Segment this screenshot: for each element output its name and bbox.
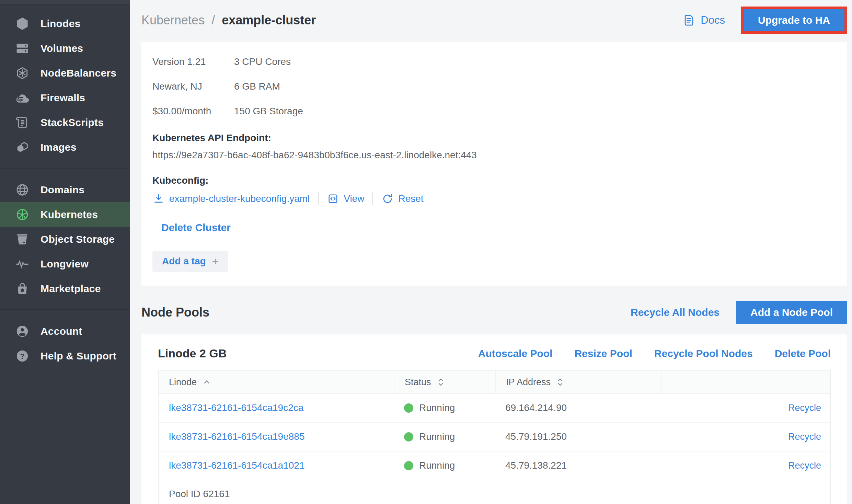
sidebar-item-account[interactable]: Account bbox=[0, 319, 130, 344]
sidebar-item-label: Longview bbox=[41, 258, 89, 270]
sidebar-item-label: Account bbox=[41, 325, 82, 337]
column-header-status[interactable]: Status bbox=[394, 371, 495, 393]
table-row: lke38731-62161-6154ca19c2ca Running 69.1… bbox=[159, 393, 830, 422]
docs-link[interactable]: Docs bbox=[682, 13, 725, 27]
status-cell: Running bbox=[394, 431, 495, 442]
sidebar-item-label: Marketplace bbox=[41, 283, 101, 295]
api-endpoint-label: Kubernetes API Endpoint: bbox=[152, 133, 835, 144]
help-icon: ? bbox=[14, 348, 30, 364]
sidebar-item-help-support[interactable]: ? Help & Support bbox=[0, 344, 130, 368]
sidebar-divider bbox=[0, 168, 130, 169]
table-row: lke38731-62161-6154ca1a1021 Running 45.7… bbox=[159, 451, 830, 480]
linode-node-link[interactable]: lke38731-62161-6154ca19c2ca bbox=[169, 402, 303, 413]
cluster-version: Version 1.21 bbox=[152, 56, 234, 67]
sidebar-item-volumes[interactable]: Volumes bbox=[0, 36, 130, 61]
kubeconfig-download-link[interactable]: example-cluster-kubeconfig.yaml bbox=[152, 193, 310, 205]
sidebar-item-linodes[interactable]: Linodes bbox=[0, 11, 130, 36]
sidebar-item-stackscripts[interactable]: StackScripts bbox=[0, 110, 130, 135]
sidebar-item-domains[interactable]: Domains bbox=[0, 177, 130, 202]
sidebar-item-longview[interactable]: Longview bbox=[0, 252, 130, 276]
recycle-all-nodes-link[interactable]: Recycle All Nodes bbox=[631, 307, 719, 318]
column-header-ip-address[interactable]: IP Address bbox=[495, 371, 661, 393]
add-tag-label: Add a tag bbox=[162, 256, 206, 267]
status-cell: Running bbox=[394, 402, 495, 413]
reset-kubeconfig-link[interactable]: Reset bbox=[381, 193, 423, 205]
account-icon bbox=[14, 323, 30, 339]
api-endpoint-url: https://9e2a7307-b6ac-408f-ba62-9483b0b3… bbox=[152, 150, 835, 161]
page-title: example-cluster bbox=[222, 13, 316, 27]
status-badge: Running bbox=[419, 460, 455, 471]
page-header: Kubernetes / example-cluster Docs Upgrad… bbox=[141, 0, 847, 35]
column-header-actions bbox=[661, 371, 830, 393]
volumes-icon bbox=[14, 41, 30, 56]
resize-pool-link[interactable]: Resize Pool bbox=[574, 348, 632, 359]
stackscripts-icon bbox=[14, 115, 30, 130]
autoscale-pool-link[interactable]: Autoscale Pool bbox=[478, 348, 553, 359]
domains-icon bbox=[14, 182, 30, 198]
ip-address: 45.79.191.250 bbox=[505, 431, 567, 442]
add-node-pool-button[interactable]: Add a Node Pool bbox=[736, 301, 847, 324]
object-storage-icon bbox=[14, 231, 30, 247]
vertical-separator bbox=[318, 192, 319, 205]
svg-text:?: ? bbox=[20, 352, 25, 360]
sidebar-item-object-storage[interactable]: Object Storage bbox=[0, 227, 130, 252]
column-header-linode[interactable]: Linode bbox=[159, 371, 394, 393]
status-running-dot bbox=[404, 403, 413, 413]
sort-both-icon bbox=[437, 377, 445, 388]
recycle-node-link[interactable]: Recycle bbox=[788, 403, 821, 413]
add-tag-button[interactable]: Add a tag + bbox=[152, 251, 228, 272]
sidebar-item-nodebalancers[interactable]: NodeBalancers bbox=[0, 61, 130, 85]
sidebar-item-marketplace[interactable]: Marketplace bbox=[0, 276, 130, 301]
sidebar-item-label: Kubernetes bbox=[41, 209, 98, 220]
kubernetes-icon bbox=[14, 207, 30, 222]
sidebar-group-account: Account ? Help & Support bbox=[0, 312, 130, 375]
sidebar-group-compute: Linodes Volumes NodeBalancers Firewalls bbox=[0, 4, 130, 166]
reset-label: Reset bbox=[398, 193, 423, 204]
pool-actions: Autoscale Pool Resize Pool Recycle Pool … bbox=[456, 348, 831, 359]
recycle-pool-nodes-link[interactable]: Recycle Pool Nodes bbox=[654, 348, 753, 359]
reset-icon bbox=[381, 193, 394, 205]
status-cell: Running bbox=[394, 460, 495, 471]
annotation-highlight-box: Upgrade to HA bbox=[741, 7, 847, 34]
table-row: lke38731-62161-6154ca19e885 Running 45.7… bbox=[159, 422, 830, 451]
docs-label: Docs bbox=[701, 14, 725, 26]
linode-node-link[interactable]: lke38731-62161-6154ca1a1021 bbox=[169, 460, 304, 471]
cluster-specs: Version 1.21 3 CPU Cores Newark, NJ 6 GB… bbox=[152, 56, 835, 117]
cluster-region: Newark, NJ bbox=[152, 81, 234, 92]
sidebar-item-label: Volumes bbox=[41, 43, 83, 54]
pool-id: Pool ID 62161 bbox=[169, 489, 230, 500]
docs-icon bbox=[682, 13, 696, 27]
kubeconfig-label: Kubeconfig: bbox=[152, 175, 835, 186]
cluster-summary-card: Version 1.21 3 CPU Cores Newark, NJ 6 GB… bbox=[141, 42, 847, 286]
sidebar-item-label: Linodes bbox=[41, 18, 80, 30]
download-icon bbox=[152, 193, 165, 205]
recycle-node-link[interactable]: Recycle bbox=[788, 460, 821, 471]
linode-node-link[interactable]: lke38731-62161-6154ca19e885 bbox=[169, 431, 304, 442]
main-content: Kubernetes / example-cluster Docs Upgrad… bbox=[130, 0, 852, 504]
sidebar-top-strip bbox=[0, 0, 130, 4]
ip-address: 69.164.214.90 bbox=[505, 402, 567, 413]
view-kubeconfig-link[interactable]: View bbox=[327, 193, 364, 205]
recycle-node-link[interactable]: Recycle bbox=[788, 432, 821, 442]
pool-name: Linode 2 GB bbox=[158, 347, 456, 360]
node-pool-card: Linode 2 GB Autoscale Pool Resize Pool R… bbox=[141, 334, 847, 504]
sidebar-item-firewalls[interactable]: Firewalls bbox=[0, 85, 130, 110]
kubeconfig-block: Kubeconfig: example-cluster-kubeconfig.y… bbox=[152, 175, 835, 205]
kubeconfig-filename: example-cluster-kubeconfig.yaml bbox=[169, 193, 310, 204]
tags-row: Add a tag + bbox=[152, 233, 835, 272]
linodes-icon bbox=[14, 16, 30, 32]
node-pools-title: Node Pools bbox=[141, 305, 631, 320]
sidebar-item-kubernetes[interactable]: Kubernetes bbox=[0, 202, 130, 227]
pool-id-row: Pool ID 62161 bbox=[159, 480, 830, 504]
breadcrumb-kubernetes-link[interactable]: Kubernetes bbox=[141, 13, 205, 27]
delete-cluster-link[interactable]: Delete Cluster bbox=[161, 222, 231, 233]
sidebar-item-images[interactable]: Images bbox=[0, 135, 130, 160]
table-header-row: Linode Status IP Address bbox=[159, 371, 830, 393]
delete-pool-link[interactable]: Delete Pool bbox=[775, 348, 831, 359]
firewalls-icon bbox=[14, 90, 30, 106]
status-running-dot bbox=[404, 461, 413, 470]
vertical-separator bbox=[372, 192, 373, 205]
upgrade-to-ha-button[interactable]: Upgrade to HA bbox=[744, 9, 844, 31]
plus-icon: + bbox=[212, 257, 219, 265]
cluster-ram: 6 GB RAM bbox=[234, 81, 835, 92]
